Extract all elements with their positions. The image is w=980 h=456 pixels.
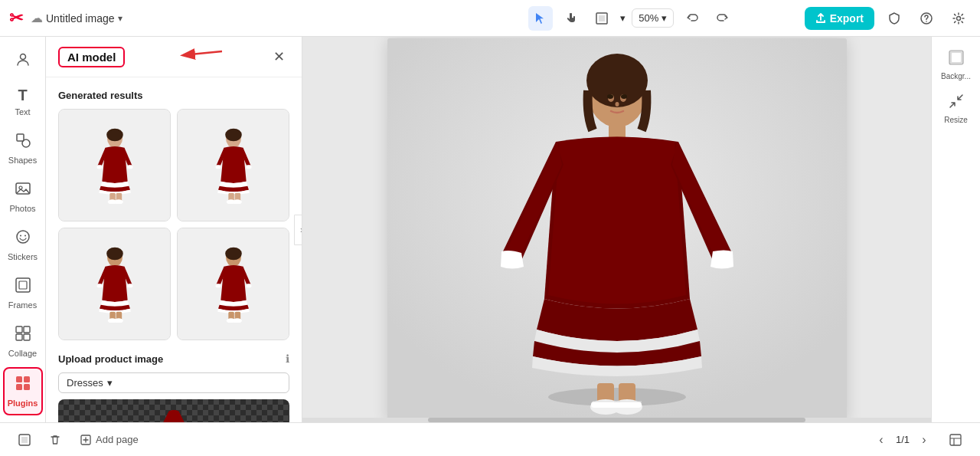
info-icon[interactable]: ℹ	[286, 353, 289, 365]
plugins-icon	[15, 375, 31, 395]
stickers-icon	[15, 228, 31, 249]
result-thumb-4[interactable]	[177, 228, 289, 340]
photos-icon	[15, 180, 31, 201]
left-nav: T Text Shapes Photos	[0, 37, 46, 422]
svg-rect-48	[127, 284, 132, 287]
svg-rect-31	[96, 165, 102, 169]
zoom-chevron-icon: ▾	[662, 12, 667, 24]
panel-close-button[interactable]: ✕	[268, 46, 289, 67]
layout-view-button[interactable]	[943, 428, 968, 452]
upload-dress-preview	[155, 405, 193, 423]
upload-dropzone[interactable]	[58, 399, 289, 422]
sidebar-item-stickers-label: Stickers	[8, 252, 38, 261]
svg-rect-80	[21, 437, 28, 443]
svg-rect-56	[246, 284, 251, 287]
svg-point-69	[615, 102, 619, 107]
svg-rect-32	[127, 165, 132, 169]
panel-collapse-handle[interactable]: ›	[294, 215, 302, 245]
svg-rect-55	[215, 284, 220, 287]
canvas-viewport[interactable]	[302, 37, 931, 422]
zoom-control[interactable]: 50% ▾	[632, 8, 674, 28]
export-label: Export	[830, 12, 864, 25]
select-tool-button[interactable]	[528, 6, 553, 31]
help-button[interactable]	[914, 6, 939, 31]
background-label: Backgr...	[941, 72, 971, 80]
sidebar-item-shapes-label: Shapes	[8, 156, 37, 165]
bottom-bar: Add page ‹ 1/1 ›	[0, 422, 980, 456]
svg-point-4	[957, 16, 961, 20]
add-page-button[interactable]: Add page	[74, 431, 145, 449]
svg-rect-39	[215, 165, 220, 169]
page-thumbnail-button[interactable]	[12, 428, 37, 452]
sidebar-item-frames-label: Frames	[8, 300, 37, 310]
zoom-value: 50%	[639, 12, 658, 24]
dresses-dropdown[interactable]: Dresses ▾	[58, 372, 289, 393]
svg-rect-20	[24, 376, 30, 382]
settings-button[interactable]	[946, 6, 971, 31]
shapes-icon	[15, 132, 31, 153]
model-thumb-2-svg	[199, 127, 268, 204]
svg-point-5	[20, 54, 25, 60]
hand-tool-button[interactable]	[559, 6, 583, 31]
panel-body: Generated results	[46, 77, 302, 422]
frame-tool-label[interactable]: ▾	[620, 12, 626, 24]
sidebar-item-frames[interactable]: Frames	[3, 271, 43, 316]
horizontal-scrollbar[interactable]	[302, 418, 931, 422]
canvas-area	[302, 37, 931, 422]
sidebar-item-plugins[interactable]: Plugins	[3, 367, 43, 415]
frames-icon	[15, 277, 31, 297]
result-thumb-2[interactable]	[177, 109, 289, 221]
generated-results-title: Generated results	[58, 90, 289, 101]
add-page-label: Add page	[96, 434, 139, 445]
sidebar-item-photos[interactable]: Photos	[3, 174, 43, 219]
canvas-frame	[387, 38, 847, 422]
topbar: ✂ ☁ Untitled image ▾ ▾ 50% ▾	[0, 0, 980, 37]
svg-rect-14	[19, 281, 27, 289]
right-panel-resize[interactable]: Resize	[936, 88, 977, 129]
next-page-button[interactable]: ›	[914, 430, 934, 450]
sidebar-item-shapes[interactable]: Shapes	[3, 126, 43, 171]
plugin-panel: AI model ✕ Generated results	[46, 37, 302, 422]
svg-rect-47	[96, 284, 102, 287]
svg-rect-7	[17, 134, 24, 141]
bottom-center: ‹ 1/1 ›	[871, 430, 934, 450]
svg-point-11	[20, 235, 21, 237]
svg-line-28	[184, 51, 222, 55]
sidebar-item-collage[interactable]: Collage	[3, 319, 43, 364]
result-thumb-1[interactable]	[58, 109, 171, 221]
sidebar-item-stickers[interactable]: Stickers	[3, 222, 43, 267]
logo-icon[interactable]: ✂	[9, 8, 23, 28]
title-chevron-icon: ▾	[118, 13, 122, 24]
title-area[interactable]: ☁ Untitled image ▾	[31, 11, 122, 25]
delete-page-button[interactable]	[43, 428, 67, 452]
undo-button[interactable]	[680, 6, 704, 31]
topbar-left: ✂	[9, 8, 23, 28]
cloud-icon: ☁	[31, 11, 43, 25]
background-icon	[948, 49, 965, 70]
svg-rect-19	[16, 376, 22, 382]
sidebar-item-avatar[interactable]	[3, 44, 43, 77]
generated-results-section: Generated results	[58, 90, 289, 340]
right-panel-background[interactable]: Backgr...	[936, 44, 977, 85]
model-thumb-1-svg	[80, 127, 149, 204]
canvas-model-svg	[387, 38, 847, 422]
svg-point-68	[621, 94, 627, 99]
right-panel: Backgr... Resize	[931, 37, 980, 422]
redo-button[interactable]	[710, 6, 735, 31]
model-thumb-4-svg	[199, 246, 268, 323]
shield-button[interactable]	[882, 6, 906, 31]
results-grid	[58, 109, 289, 340]
svg-rect-18	[24, 334, 30, 340]
svg-rect-16	[24, 326, 30, 333]
svg-point-12	[24, 235, 26, 237]
frame-tool-button[interactable]	[590, 6, 614, 31]
export-button[interactable]: Export	[805, 7, 874, 30]
svg-rect-1	[599, 15, 605, 21]
sidebar-item-text[interactable]: T Text	[3, 80, 43, 123]
svg-point-38	[225, 128, 242, 141]
result-thumb-3[interactable]	[58, 228, 171, 340]
prev-page-button[interactable]: ‹	[871, 430, 891, 450]
svg-point-30	[106, 128, 123, 141]
dresses-dropdown-chevron: ▾	[107, 377, 113, 389]
bottom-right	[943, 428, 968, 452]
